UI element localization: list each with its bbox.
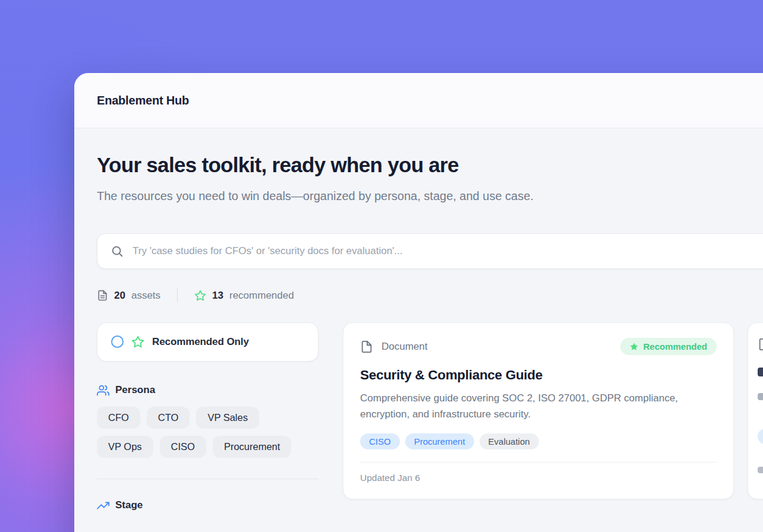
radio-circle-icon[interactable] <box>111 335 124 348</box>
partial-card-footer <box>758 467 763 473</box>
recommended-stat: 13 recommended <box>194 290 294 302</box>
recommended-only-toggle[interactable]: Recommended Only <box>97 322 319 362</box>
recommended-count: 13 <box>212 290 223 302</box>
assets-label: assets <box>131 290 160 302</box>
persona-chip-cto[interactable]: CTO <box>147 407 190 429</box>
persona-chip-cfo[interactable]: CFO <box>97 407 140 429</box>
sidebar-divider <box>97 479 319 479</box>
card-description: Comprehensive guide covering SOC 2, ISO … <box>360 391 702 423</box>
tag-ciso[interactable]: CISO <box>360 433 400 449</box>
persona-chip-vp-sales[interactable]: VP Sales <box>196 407 259 429</box>
card-tags: CISO Procurement Evaluation <box>360 433 717 449</box>
persona-chip-vp-ops[interactable]: VP Ops <box>97 436 153 458</box>
page-title: Your sales toolkit, ready when you are <box>97 153 763 177</box>
asset-cards-row: Document Recommended Security & Complian… <box>343 322 763 499</box>
window-header: Enablement Hub <box>74 73 763 128</box>
card-type: Document <box>360 340 427 353</box>
persona-chip-ciso[interactable]: CISO <box>160 436 206 458</box>
search-input[interactable] <box>133 245 763 257</box>
recommended-badge-label: Recommended <box>643 341 707 352</box>
file-icon <box>360 340 373 353</box>
recommended-label: recommended <box>229 290 294 302</box>
enablement-hub-window: Enablement Hub Your sales toolkit, ready… <box>74 73 763 532</box>
stats-row: 20 assets 13 recommended <box>97 289 763 303</box>
assets-stat: 20 assets <box>97 290 160 302</box>
file-icon <box>758 338 763 351</box>
star-icon <box>194 290 206 302</box>
page-subtitle: The resources you need to win deals—orga… <box>97 187 590 206</box>
stage-label: Stage <box>115 499 143 511</box>
filters-sidebar: Recommended Only Persona CFO CTO VP Sale… <box>97 322 319 512</box>
persona-section-header: Persona <box>97 384 319 397</box>
trending-up-icon <box>97 499 109 512</box>
window-body: Your sales toolkit, ready when you are T… <box>74 128 763 512</box>
recommended-badge: Recommended <box>620 338 717 355</box>
asset-card-security-compliance-guide[interactable]: Document Recommended Security & Complian… <box>343 322 734 499</box>
content-row: Recommended Only Persona CFO CTO VP Sale… <box>97 322 763 512</box>
card-type-label: Document <box>382 341 427 353</box>
persona-chip-procurement[interactable]: Procurement <box>213 436 291 458</box>
star-filled-icon <box>630 343 638 351</box>
partial-card-title <box>758 368 763 376</box>
recommended-only-label: Recommended Only <box>152 336 249 348</box>
persona-chips: CFO CTO VP Sales VP Ops CISO Procurement <box>97 407 319 458</box>
partial-card-tag <box>758 429 763 444</box>
card-top-row: Document Recommended <box>360 338 717 356</box>
stage-section-header: Stage <box>97 499 319 512</box>
asset-card-partial[interactable] <box>748 322 763 499</box>
users-icon <box>97 384 109 397</box>
persona-label: Persona <box>115 384 155 396</box>
card-updated-date: Updated Jan 6 <box>360 463 717 499</box>
star-icon <box>131 335 144 349</box>
tag-procurement[interactable]: Procurement <box>405 433 474 449</box>
search-bar[interactable] <box>97 233 763 269</box>
app-title: Enablement Hub <box>97 94 189 107</box>
file-text-icon <box>97 290 108 301</box>
partial-card-description <box>758 393 763 400</box>
assets-count: 20 <box>114 290 125 302</box>
tag-evaluation[interactable]: Evaluation <box>480 433 539 449</box>
search-icon <box>111 245 124 258</box>
stats-divider <box>177 289 178 303</box>
card-title: Security & Compliance Guide <box>360 368 717 383</box>
